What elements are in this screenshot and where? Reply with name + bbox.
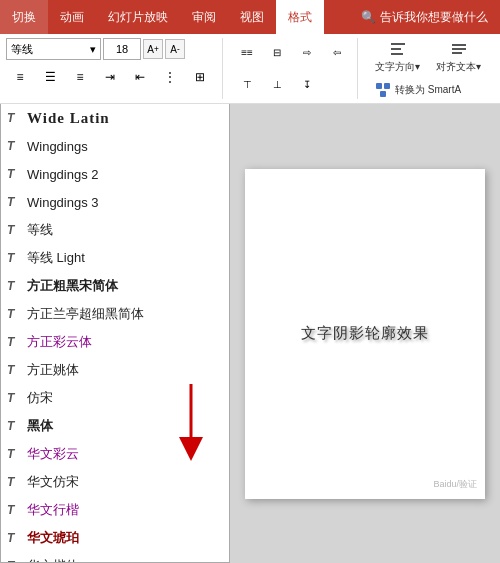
font-list-item[interactable]: T等线 bbox=[1, 216, 229, 244]
font-label: 方正彩云体 bbox=[27, 333, 92, 351]
font-selector-group: 等线 ▾ 18 A+ A- ≡ ☰ ≡ ⇥ ⇤ ⋮ ⊞ bbox=[6, 38, 223, 99]
convert-smartart-label: 转换为 SmartA bbox=[395, 83, 461, 97]
watermark: Baidu/验证 bbox=[433, 478, 477, 491]
search-area[interactable]: 🔍 告诉我你想要做什么 bbox=[349, 0, 500, 34]
font-t-icon: T bbox=[7, 447, 21, 461]
font-list-item[interactable]: T方正兰亭超细黑简体 bbox=[1, 300, 229, 328]
text-align-block-btn[interactable]: ≡≡ bbox=[233, 39, 261, 67]
text-align-bot-btn[interactable]: ↧ bbox=[293, 71, 321, 99]
font-label: 黑体 bbox=[27, 417, 53, 435]
font-name-row: 等线 ▾ 18 A+ A- bbox=[6, 38, 214, 60]
font-list-item[interactable]: T华文行楷 bbox=[1, 496, 229, 524]
font-t-icon: T bbox=[7, 195, 21, 209]
align-left-btn[interactable]: ≡ bbox=[6, 63, 34, 91]
font-list-item[interactable]: T华文彩云 bbox=[1, 440, 229, 468]
main-area: TWide LatinTWingdingsTWingdings 2TWingdi… bbox=[0, 104, 500, 563]
font-list-item[interactable]: T方正姚体 bbox=[1, 356, 229, 384]
tab-review[interactable]: 审阅 bbox=[180, 0, 228, 34]
text-outdent-btn[interactable]: ⇦ bbox=[323, 39, 351, 67]
bullet-list-btn[interactable]: ⋮ bbox=[156, 63, 184, 91]
svg-rect-3 bbox=[452, 44, 466, 46]
font-label: 华文仿宋 bbox=[27, 473, 79, 491]
svg-rect-4 bbox=[452, 48, 466, 50]
font-list-item[interactable]: T方正彩云体 bbox=[1, 328, 229, 356]
font-label: 华文彩云 bbox=[27, 445, 79, 463]
font-name-dropdown-icon[interactable]: ▾ bbox=[90, 43, 96, 56]
font-label: 华文琥珀 bbox=[27, 529, 79, 547]
font-list-item[interactable]: T方正粗黑宋简体 bbox=[1, 272, 229, 300]
font-list-item[interactable]: TWide Latin bbox=[1, 104, 229, 132]
font-list-item[interactable]: T华文琥珀 bbox=[1, 524, 229, 552]
font-label: 华文行楷 bbox=[27, 501, 79, 519]
text-col-btn[interactable]: ⊟ bbox=[263, 39, 291, 67]
slide-area: 文字阴影轮廓效果 Baidu/验证 bbox=[230, 104, 500, 563]
text-direction-btn[interactable]: 文字方向▾ bbox=[368, 37, 427, 77]
font-list: TWide LatinTWingdingsTWingdings 2TWingdi… bbox=[1, 104, 229, 563]
font-label: 方正粗黑宋简体 bbox=[27, 277, 118, 295]
svg-rect-2 bbox=[391, 53, 403, 55]
font-t-icon: T bbox=[7, 475, 21, 489]
font-t-icon: T bbox=[7, 503, 21, 517]
text-indent-btn[interactable]: ⇨ bbox=[293, 39, 321, 67]
font-label: 华文楷体 bbox=[27, 557, 79, 563]
font-t-icon: T bbox=[7, 167, 21, 181]
font-list-item[interactable]: TWingdings 3 bbox=[1, 188, 229, 216]
slide-paper: 文字阴影轮廓效果 Baidu/验证 bbox=[245, 169, 485, 499]
font-t-icon: T bbox=[7, 307, 21, 321]
font-t-icon: T bbox=[7, 419, 21, 433]
font-t-icon: T bbox=[7, 335, 21, 349]
font-size-box[interactable]: 18 bbox=[103, 38, 141, 60]
font-name-box[interactable]: 等线 ▾ bbox=[6, 38, 101, 60]
font-t-icon: T bbox=[7, 391, 21, 405]
font-label: Wingdings 2 bbox=[27, 167, 99, 182]
text-direction-label: 文字方向▾ bbox=[375, 60, 420, 74]
font-format-row: ≡ ☰ ≡ ⇥ ⇤ ⋮ ⊞ bbox=[6, 63, 214, 91]
increase-indent-btn[interactable]: ⇥ bbox=[96, 63, 124, 91]
font-list-item[interactable]: T等线 Light bbox=[1, 244, 229, 272]
column-btn[interactable]: ⊞ bbox=[186, 63, 214, 91]
font-label: Wide Latin bbox=[27, 110, 110, 127]
font-list-item[interactable]: TWingdings 2 bbox=[1, 160, 229, 188]
align-text-icon bbox=[450, 40, 468, 58]
font-t-icon: T bbox=[7, 363, 21, 377]
right-group: 文字方向▾ 对齐文本▾ 转换为 SmartA bbox=[362, 38, 488, 99]
align-text-btn[interactable]: 对齐文本▾ bbox=[429, 37, 488, 77]
font-grow-btn[interactable]: A+ bbox=[143, 39, 163, 59]
font-label: 等线 bbox=[27, 221, 53, 239]
svg-rect-7 bbox=[384, 83, 390, 89]
tab-format[interactable]: 格式 bbox=[276, 0, 324, 34]
ribbon-toolbar: 等线 ▾ 18 A+ A- ≡ ☰ ≡ ⇥ ⇤ ⋮ ⊞ ≡≡ ⊟ ⇨ ⇦ bbox=[0, 34, 500, 104]
font-list-item[interactable]: T华文仿宋 bbox=[1, 468, 229, 496]
svg-rect-8 bbox=[380, 91, 386, 97]
tab-view[interactable]: 视图 bbox=[228, 0, 276, 34]
convert-smartart-btn[interactable]: 转换为 SmartA bbox=[368, 79, 468, 101]
font-label: 仿宋 bbox=[27, 389, 53, 407]
font-list-item[interactable]: T仿宋 bbox=[1, 384, 229, 412]
text-align-top-btn[interactable]: ⊤ bbox=[233, 71, 261, 99]
font-t-icon: T bbox=[7, 223, 21, 237]
font-size-value: 18 bbox=[116, 43, 128, 55]
text-align-mid-btn[interactable]: ⊥ bbox=[263, 71, 291, 99]
text-direction-icon bbox=[389, 40, 407, 58]
align-right-btn[interactable]: ≡ bbox=[66, 63, 94, 91]
font-t-icon: T bbox=[7, 559, 21, 563]
font-t-icon: T bbox=[7, 111, 21, 125]
svg-rect-6 bbox=[376, 83, 382, 89]
font-list-item[interactable]: TWingdings bbox=[1, 132, 229, 160]
font-list-item[interactable]: T华文楷体 bbox=[1, 552, 229, 563]
font-dropdown[interactable]: TWide LatinTWingdingsTWingdings 2TWingdi… bbox=[0, 104, 230, 563]
ribbon-tabs: 切换 动画 幻灯片放映 审阅 视图 格式 🔍 告诉我你想要做什么 bbox=[0, 0, 500, 34]
align-center-btn[interactable]: ☰ bbox=[36, 63, 64, 91]
font-label: 等线 Light bbox=[27, 249, 85, 267]
svg-rect-1 bbox=[391, 48, 401, 50]
decrease-indent-btn[interactable]: ⇤ bbox=[126, 63, 154, 91]
align-format-row: ≡≡ ⊟ ⇨ ⇦ bbox=[233, 39, 351, 67]
font-label: Wingdings bbox=[27, 139, 88, 154]
font-shrink-btn[interactable]: A- bbox=[165, 39, 185, 59]
tab-switch[interactable]: 切换 bbox=[0, 0, 48, 34]
font-list-item[interactable]: T黑体 bbox=[1, 412, 229, 440]
convert-smartart-icon bbox=[375, 82, 391, 98]
font-t-icon: T bbox=[7, 531, 21, 545]
tab-animation[interactable]: 动画 bbox=[48, 0, 96, 34]
tab-slideshow[interactable]: 幻灯片放映 bbox=[96, 0, 180, 34]
